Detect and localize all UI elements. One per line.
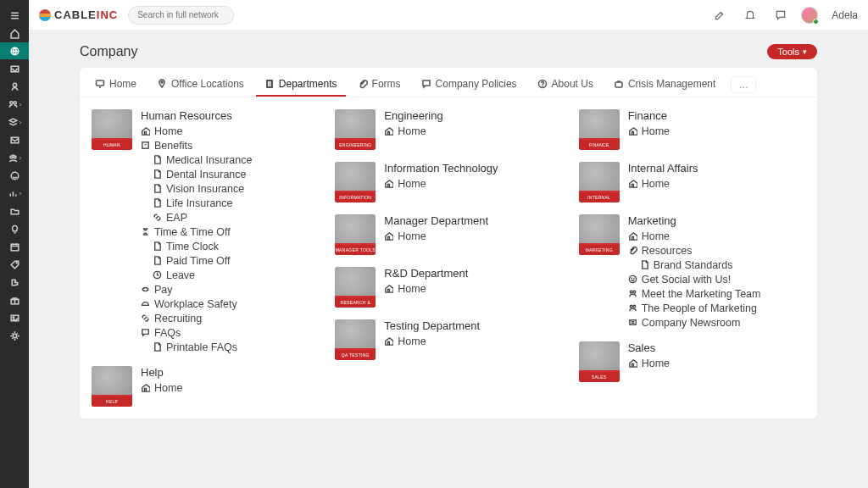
dept-thumb[interactable]: INFORMATION TECHNOLOGY: [335, 162, 376, 202]
dept-link-pay[interactable]: Pay: [141, 282, 318, 297]
svg-point-15: [13, 83, 16, 86]
mail-icon[interactable]: [0, 131, 29, 148]
tab-home[interactable]: Home: [86, 73, 145, 97]
bulb-icon[interactable]: [0, 220, 29, 237]
dept-link-home[interactable]: Home: [628, 124, 805, 138]
dept-title[interactable]: Sales: [628, 341, 805, 354]
dept-title[interactable]: Human Resources: [141, 109, 318, 122]
tools-label: Tools: [777, 47, 799, 57]
svg-point-21: [12, 154, 14, 157]
svg-point-24: [16, 262, 17, 263]
people-icon[interactable]: ›: [0, 96, 29, 113]
dept-link-home[interactable]: Home: [384, 281, 561, 296]
dept-link-company-newsroom[interactable]: Company Newsroom: [628, 315, 805, 330]
dept-link-time-time-off[interactable]: Time & Time Off: [141, 225, 318, 239]
image-icon[interactable]: [0, 309, 29, 326]
dept-link-home[interactable]: Home: [141, 380, 318, 395]
person-icon[interactable]: [0, 78, 29, 95]
dept-link-the-people-of-marketing[interactable]: The People of Marketing: [628, 301, 805, 315]
dept-title[interactable]: Engineering: [384, 109, 561, 122]
dept-link-home[interactable]: Home: [384, 229, 561, 243]
dept-title[interactable]: Internal Affairs: [628, 162, 805, 175]
tab-about-us[interactable]: About Us: [529, 73, 602, 97]
dept-link-label: FAQs: [154, 327, 181, 339]
chat-icon[interactable]: [771, 5, 791, 25]
dept-link-leave[interactable]: Leave: [141, 268, 318, 282]
dept-thumb[interactable]: SALES: [579, 341, 620, 382]
gear-icon[interactable]: [0, 327, 29, 344]
dept-link-dental-insurance[interactable]: Dental Insurance: [141, 167, 318, 181]
dept-thumb[interactable]: RESEARCH & DEVELOPMENT: [335, 267, 376, 308]
svg-point-16: [10, 101, 13, 103]
thumb-caption: MARKETING: [579, 245, 620, 255]
tag-icon[interactable]: [0, 256, 29, 273]
dept-link-get-social-with-us-[interactable]: Get Social with Us!: [628, 272, 805, 286]
dept-title[interactable]: Testing Department: [384, 319, 561, 332]
dept-thumb[interactable]: HELP: [92, 366, 132, 407]
chevron-down-icon: ▾: [803, 47, 807, 56]
dept-link-home[interactable]: Home: [628, 176, 805, 191]
gift-icon[interactable]: [0, 291, 29, 308]
chart-icon[interactable]: ›: [0, 185, 29, 202]
tabs: HomeOffice LocationsDepartmentsFormsComp…: [80, 68, 817, 97]
dept-link-benefits[interactable]: Benefits: [141, 138, 318, 152]
dept-link-home[interactable]: Home: [141, 124, 318, 138]
dept-title[interactable]: R&D Department: [384, 267, 561, 280]
layers-icon[interactable]: ›: [0, 114, 29, 130]
globe-icon[interactable]: [0, 42, 29, 59]
dept-link-home[interactable]: Home: [384, 176, 561, 191]
dept-link-resources[interactable]: Resources: [628, 243, 805, 258]
tab-crisis-management[interactable]: Crisis Management: [605, 73, 724, 97]
dept-thumb[interactable]: ENGINEERING: [335, 109, 376, 150]
thumb-caption: HUMAN RESOURCES: [92, 140, 132, 150]
dept-link-brand-standards[interactable]: Brand Standards: [628, 258, 805, 272]
search-input[interactable]: [128, 6, 234, 25]
group-icon[interactable]: ›: [0, 149, 29, 166]
dept-link-time-clock[interactable]: Time Clock: [141, 239, 318, 253]
calendar-icon[interactable]: [0, 238, 29, 255]
dept-link-paid-time-off[interactable]: Paid Time Off: [141, 253, 318, 268]
dept-title[interactable]: Marketing: [628, 214, 805, 227]
home-icon[interactable]: [0, 25, 29, 42]
user-avatar[interactable]: [801, 7, 818, 24]
compose-icon[interactable]: [709, 5, 730, 25]
tab-label: Office Locations: [171, 78, 244, 90]
tools-button[interactable]: Tools ▾: [767, 44, 817, 59]
tab-forms[interactable]: Forms: [349, 73, 409, 97]
dept-link-life-insurance[interactable]: Life Insurance: [141, 196, 318, 210]
dept-link-printable-faqs[interactable]: Printable FAQs: [141, 340, 318, 354]
folder-icon[interactable]: [0, 202, 29, 219]
tab-company-policies[interactable]: Company Policies: [413, 73, 526, 97]
dept-title[interactable]: Manager Department: [384, 214, 561, 227]
dept-thumb[interactable]: HUMAN RESOURCES: [92, 109, 132, 150]
left-nav: ››››: [0, 0, 29, 488]
smile-icon[interactable]: [0, 167, 29, 184]
tab-more[interactable]: …: [731, 76, 756, 93]
dept-link-home[interactable]: Home: [628, 356, 805, 370]
dept-link-eap[interactable]: EAP: [141, 210, 318, 225]
dept-link-faqs[interactable]: FAQs: [141, 325, 318, 340]
dept-link-meet-the-marketing-team[interactable]: Meet the Marketing Team: [628, 286, 805, 301]
dept-link-recruiting[interactable]: Recruiting: [141, 311, 318, 325]
inbox-icon[interactable]: [0, 60, 29, 77]
dept-thumb[interactable]: FINANCE: [579, 109, 620, 150]
tab-office-locations[interactable]: Office Locations: [148, 73, 253, 97]
dept-title[interactable]: Help: [141, 366, 318, 379]
dept-thumb[interactable]: MARKETING: [579, 214, 620, 255]
thumb-caption: RESEARCH & DEVELOPMENT: [335, 297, 376, 308]
dept-link-home[interactable]: Home: [384, 124, 561, 138]
dept-title[interactable]: Information Technology: [384, 162, 561, 175]
dept-link-home[interactable]: Home: [384, 334, 561, 348]
dept-thumb[interactable]: INTERNAL AFFAIRS: [579, 162, 620, 202]
dept-link-workplace-safety[interactable]: Workplace Safety: [141, 297, 318, 311]
tab-departments[interactable]: Departments: [256, 73, 346, 97]
dept-title[interactable]: Finance: [628, 109, 805, 122]
dept-link-home[interactable]: Home: [628, 229, 805, 243]
dept-link-medical-insurance[interactable]: Medical Insurance: [141, 152, 318, 167]
puzzle-icon[interactable]: [0, 274, 29, 291]
dept-link-vision-insurance[interactable]: Vision Insurance: [141, 181, 318, 196]
dept-thumb[interactable]: QA TESTING: [335, 319, 376, 360]
dept-thumb[interactable]: MANAGER TOOLS: [335, 214, 376, 255]
hamburger-icon[interactable]: [0, 7, 29, 24]
bell-icon[interactable]: [740, 5, 760, 25]
